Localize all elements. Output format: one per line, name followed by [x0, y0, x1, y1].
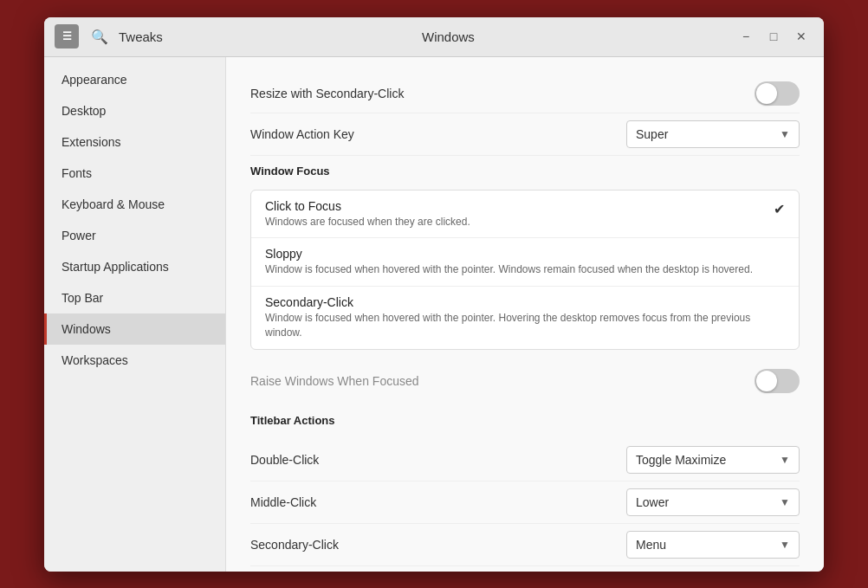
double-click-row: Double-Click Toggle Maximize ▼	[250, 439, 800, 481]
secondary-click-row: Secondary-Click Menu ▼	[250, 524, 800, 566]
dropdown-value: Lower	[636, 495, 669, 509]
click-to-focus-desc: Windows are focused when they are clicke…	[265, 215, 763, 229]
minimize-window-button[interactable]: −	[734, 24, 758, 48]
window-action-key-dropdown[interactable]: Super ▼	[626, 120, 800, 148]
secondary-click-focus-title: Secondary-Click	[265, 295, 785, 309]
middle-click-row: Middle-Click Lower ▼	[250, 481, 800, 524]
maximize-window-button[interactable]: □	[761, 24, 786, 48]
sloppy-desc: Window is focused when hovered with the …	[265, 262, 785, 277]
sidebar-item-power[interactable]: Power	[44, 220, 225, 251]
chevron-down-icon: ▼	[780, 454, 790, 466]
raise-focused-toggle[interactable]	[755, 369, 800, 393]
sidebar-item-appearance[interactable]: Appearance	[44, 64, 225, 95]
dropdown-value: Menu	[636, 538, 666, 552]
window-focus-header: Window Focus	[250, 165, 800, 178]
secondary-click-focus-option[interactable]: Secondary-Click Window is focused when h…	[251, 287, 799, 349]
chevron-down-icon: ▼	[780, 128, 790, 140]
window-controls: − □ ✕	[734, 24, 813, 48]
chevron-down-icon: ▼	[780, 496, 790, 508]
secondary-click-label: Secondary-Click	[250, 538, 626, 552]
resize-secondary-click-label: Resize with Secondary-Click	[250, 87, 755, 100]
click-to-focus-title: Click to Focus	[265, 199, 763, 213]
sidebar-item-extensions[interactable]: Extensions	[44, 126, 225, 158]
toggle-thumb-raise	[756, 371, 777, 391]
titlebar-actions-header: Titlebar Actions	[250, 414, 800, 427]
app-icon: ☰	[55, 24, 79, 48]
app-window: ☰ 🔍 Tweaks Windows − □ ✕ Appearance Desk…	[44, 17, 824, 572]
sloppy-option[interactable]: Sloppy Window is focused when hovered wi…	[251, 238, 799, 287]
window-action-key-label: Window Action Key	[250, 127, 626, 141]
app-name: Tweaks	[119, 29, 163, 44]
resize-secondary-click-toggle[interactable]	[755, 81, 800, 106]
dropdown-value: Toggle Maximize	[636, 453, 726, 467]
middle-click-dropdown[interactable]: Lower ▼	[626, 488, 800, 516]
sidebar: Appearance Desktop Extensions Fonts Keyb…	[44, 57, 226, 572]
sidebar-item-keyboard-mouse[interactable]: Keyboard & Mouse	[44, 189, 225, 220]
chevron-down-icon: ▼	[780, 539, 790, 551]
double-click-dropdown[interactable]: Toggle Maximize ▼	[626, 446, 800, 474]
click-to-focus-check: ✔	[774, 201, 785, 217]
titlebar: ☰ 🔍 Tweaks Windows − □ ✕	[44, 17, 824, 57]
main-panel: Resize with Secondary-Click Window Actio…	[226, 57, 824, 572]
middle-click-label: Middle-Click	[250, 495, 626, 509]
toggle-thumb	[756, 83, 777, 104]
sidebar-item-startup-applications[interactable]: Startup Applications	[44, 251, 225, 282]
content-area: Appearance Desktop Extensions Fonts Keyb…	[44, 57, 824, 572]
dropdown-value: Super	[636, 127, 668, 141]
secondary-click-focus-desc: Window is focused when hovered with the …	[265, 311, 785, 340]
resize-secondary-click-row: Resize with Secondary-Click	[250, 74, 800, 113]
click-to-focus-option[interactable]: Click to Focus Windows are focused when …	[251, 191, 799, 239]
raise-focused-label: Raise Windows When Focused	[250, 374, 755, 388]
window-title: Windows	[163, 29, 734, 44]
window-focus-options: Click to Focus Windows are focused when …	[250, 190, 800, 350]
close-window-button[interactable]: ✕	[789, 24, 813, 48]
double-click-label: Double-Click	[250, 453, 626, 467]
window-action-key-row: Window Action Key Super ▼	[250, 113, 800, 156]
sidebar-item-windows[interactable]: Windows	[44, 313, 225, 345]
sidebar-item-top-bar[interactable]: Top Bar	[44, 282, 225, 313]
secondary-click-dropdown[interactable]: Menu ▼	[626, 531, 800, 559]
sidebar-item-workspaces[interactable]: Workspaces	[44, 345, 225, 376]
sidebar-item-fonts[interactable]: Fonts	[44, 158, 225, 189]
search-button[interactable]: 🔍	[87, 24, 112, 48]
sidebar-item-desktop[interactable]: Desktop	[44, 95, 225, 126]
raise-focused-row: Raise Windows When Focused	[250, 362, 800, 405]
sloppy-title: Sloppy	[265, 247, 785, 261]
